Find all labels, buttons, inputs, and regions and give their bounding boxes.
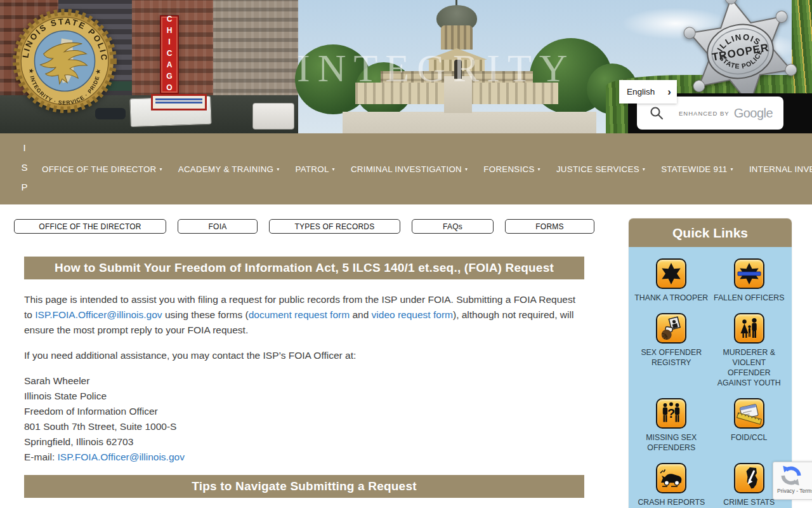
chevron-right-icon: › <box>667 86 671 98</box>
contact-line: Illinois State Police <box>24 389 584 404</box>
language-label: English <box>627 87 655 97</box>
quicklink-label: MURDERER & VIOLENT OFFENDER AGAINST YOUT… <box>712 347 787 388</box>
intro-text: and <box>350 309 371 320</box>
page: CHICAGO ILLINOIS STATE POLICE ★ INTEGRIT… <box>0 0 812 508</box>
foia-email-link[interactable]: ISP.FOIA.Officer@illinois.gov <box>35 309 162 320</box>
nav-label: PATROL <box>296 164 329 174</box>
primary-navbar: ISP OFFICE OF THE DIRECTOR▾ ACADEMY & TR… <box>0 133 812 204</box>
nav-menu: OFFICE OF THE DIRECTOR▾ ACADEMY & TRAINI… <box>42 133 812 204</box>
nav-justice-services[interactable]: JUSTICE SERVICES▾ <box>556 164 645 174</box>
quick-links-title: Quick Links <box>629 218 792 247</box>
nav-forensics[interactable]: FORENSICS▾ <box>483 164 540 174</box>
main-content: How to Submit Your Freedom of Informatio… <box>24 257 584 498</box>
tab-faqs[interactable]: FAQs <box>412 219 494 234</box>
quicklink-label: CRASH REPORTS <box>638 497 705 507</box>
section-tabs: OFFICE OF THE DIRECTOR FOIA TYPES OF REC… <box>14 219 594 234</box>
quicklink-label: MISSING SEX OFFENDERS <box>634 432 709 453</box>
stone-building <box>213 0 298 103</box>
quicklink-murderer-violent-offender[interactable]: MURDERER & VIOLENT OFFENDER AGAINST YOUT… <box>712 313 787 388</box>
quicklink-thank-a-trooper[interactable]: THANK A TROOPER <box>634 258 708 303</box>
nav-label: STATEWIDE 911 <box>661 164 727 174</box>
contact-email-line: E-mail: ISP.FOIA.Officer@illinois.gov <box>24 450 584 465</box>
crime-stats-map-icon <box>734 463 764 493</box>
theatre-marquee <box>151 94 207 110</box>
quicklink-crime-stats[interactable]: CRIME STATS <box>723 463 775 507</box>
tab-types-of-records[interactable]: TYPES OF RECORDS <box>269 219 400 234</box>
intro-paragraph: This page is intended to assist you with… <box>24 292 584 338</box>
nav-patrol[interactable]: PATROL▾ <box>296 164 335 174</box>
dropdown-caret-icon: ▾ <box>538 166 540 172</box>
isp-seal-logo: ILLINOIS STATE POLICE ★ INTEGRITY · SERV… <box>10 6 119 116</box>
nav-academy-training[interactable]: ACADEMY & TRAINING▾ <box>178 164 280 174</box>
nav-internal-investigation[interactable]: INTERNAL INVESTIGATION▾ <box>749 164 812 174</box>
family-silhouette-icon <box>734 313 764 344</box>
nav-label: ACADEMY & TRAINING <box>178 164 273 174</box>
recaptcha-privacy-terms[interactable]: Privacy - Terms <box>777 488 812 494</box>
svg-text:?: ? <box>667 406 675 420</box>
tab-office-of-the-director[interactable]: OFFICE OF THE DIRECTOR <box>14 219 166 234</box>
dropdown-caret-icon: ▾ <box>159 166 162 172</box>
capitol-plaza <box>343 112 596 133</box>
recaptcha-badge[interactable]: Privacy - Terms <box>773 462 812 500</box>
foid-card-icon <box>734 398 764 429</box>
quick-links-body: THANK A TROOPER FALLEN OFFICERS <box>629 247 792 508</box>
nav-statewide-911[interactable]: STATEWIDE 911▾ <box>661 164 733 174</box>
page-title: How to Submit Your Freedom of Informatio… <box>24 257 584 279</box>
nav-label: CRIMINAL INVESTIGATION <box>351 164 462 174</box>
assistance-paragraph: If you need additional assistance, you m… <box>24 348 584 363</box>
language-selector[interactable]: English › <box>619 80 677 104</box>
dropdown-caret-icon: ▾ <box>731 166 733 172</box>
tips-section-title: Tips to Navigate Submitting a Request <box>24 475 584 498</box>
quick-links-panel: Quick Links THANK A TROOPER FALLEN OFFIC… <box>629 218 792 508</box>
tab-foia[interactable]: FOIA <box>178 219 258 234</box>
nav-label: FORENSICS <box>483 164 534 174</box>
quicklink-label: SEX OFFENDER REGISTRY <box>634 347 709 368</box>
quicklink-fallen-officers[interactable]: FALLEN OFFICERS <box>714 258 784 303</box>
dropdown-caret-icon: ▾ <box>465 166 468 172</box>
isp-logo-text: ISP <box>19 142 30 201</box>
contact-email-link[interactable]: ISP.FOIA.Officer@illinois.gov <box>58 451 185 462</box>
foia-officer-contact: Sarah Wheeler Illinois State Police Free… <box>24 373 584 465</box>
email-label: E-mail: <box>24 451 58 462</box>
hero-banner: CHICAGO ILLINOIS STATE POLICE ★ INTEGRIT… <box>0 0 812 133</box>
recaptcha-logo-icon <box>780 465 802 486</box>
quicklink-foid-ccl[interactable]: FOID/CCL <box>731 398 767 453</box>
quicklink-label: THANK A TROOPER <box>634 293 708 303</box>
contact-line: Freedom of Information Officer <box>24 404 584 419</box>
intro-text: using these forms ( <box>162 309 249 320</box>
quicklink-label: CRIME STATS <box>723 497 775 507</box>
quicklink-label: FALLEN OFFICERS <box>714 293 784 303</box>
quicklink-sex-offender-registry[interactable]: SEX OFFENDER REGISTRY <box>634 313 709 388</box>
chicago-sign-letters: CHICAGO <box>161 15 178 95</box>
nav-label: OFFICE OF THE DIRECTOR <box>42 164 156 174</box>
star-blue-line-icon <box>734 258 764 289</box>
star-badge-icon <box>656 258 686 289</box>
integrity-watermark: INTEGRITY <box>297 46 575 91</box>
quicklink-missing-sex-offenders[interactable]: ? MISSING SEX OFFENDERS <box>634 398 709 453</box>
contact-line: 801 South 7th Street, Suite 1000-S <box>24 419 584 434</box>
contact-line: Springfield, Illinois 62703 <box>24 434 584 450</box>
quicklink-label: FOID/CCL <box>731 432 767 443</box>
crash-car-icon <box>656 463 686 493</box>
chicago-theatre-sign: CHICAGO <box>160 15 179 94</box>
quicklink-crash-reports[interactable]: CRASH REPORTS <box>638 463 705 507</box>
video-request-form-link[interactable]: video request form <box>372 309 453 320</box>
document-request-form-link[interactable]: document request form <box>249 309 350 320</box>
registry-search-icon <box>656 313 686 344</box>
nav-office-of-the-director[interactable]: OFFICE OF THE DIRECTOR▾ <box>42 164 162 174</box>
nav-label: INTERNAL INVESTIGATION <box>749 164 812 174</box>
dropdown-caret-icon: ▾ <box>277 166 279 172</box>
nav-criminal-investigation[interactable]: CRIMINAL INVESTIGATION▾ <box>351 164 468 174</box>
dropdown-caret-icon: ▾ <box>332 166 335 172</box>
missing-offender-icon: ? <box>656 398 686 429</box>
contact-line: Sarah Wheeler <box>24 373 584 389</box>
nav-label: JUSTICE SERVICES <box>556 164 639 174</box>
dropdown-caret-icon: ▾ <box>643 166 645 172</box>
tab-forms[interactable]: FORMS <box>505 219 594 234</box>
